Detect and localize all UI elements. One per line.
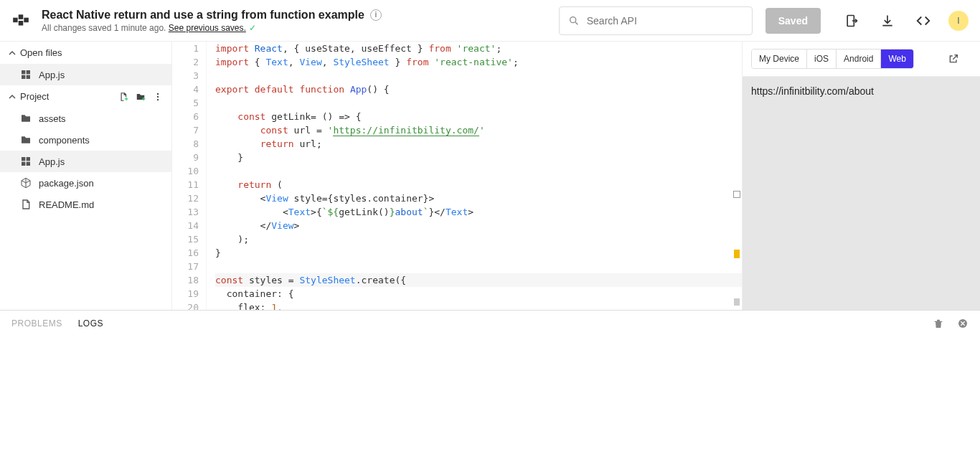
file-label: assets [39, 113, 66, 124]
svg-point-15 [157, 93, 159, 94]
line-gutter: 1234567891011121314151617181920 [172, 42, 207, 310]
console-tab-logs[interactable]: LOGS [78, 318, 103, 329]
svg-point-16 [157, 95, 159, 97]
console-panel: PROBLEMS LOGS [0, 310, 980, 449]
svg-rect-3 [24, 17, 29, 22]
project-header[interactable]: Project [0, 85, 171, 108]
js-icon [20, 156, 32, 167]
svg-rect-8 [27, 70, 30, 74]
preview-tab-ios[interactable]: iOS [807, 49, 837, 68]
svg-rect-12 [126, 97, 127, 100]
file-label: App.js [39, 70, 65, 80]
minimap[interactable] [732, 42, 742, 310]
folder-icon [20, 134, 32, 146]
sidebar: Open files App.js Project assetscomponen… [0, 42, 172, 310]
check-icon: ✓ [249, 23, 256, 33]
svg-point-17 [157, 98, 159, 100]
info-icon[interactable]: i [370, 9, 382, 21]
svg-rect-20 [22, 162, 25, 166]
svg-rect-2 [19, 21, 24, 26]
file-label: App.js [39, 156, 65, 167]
file-label: package.json [39, 178, 94, 189]
open-file-item[interactable]: App.js [0, 64, 171, 85]
preview-tab-my-device[interactable]: My Device [752, 49, 807, 68]
svg-rect-9 [22, 75, 25, 79]
file-label: README.md [39, 199, 94, 210]
search-input[interactable] [587, 15, 743, 27]
open-files-header[interactable]: Open files [0, 42, 171, 64]
project-item[interactable]: App.js [0, 151, 171, 172]
svg-rect-7 [22, 70, 25, 74]
project-item[interactable]: components [0, 129, 171, 151]
new-file-icon[interactable] [118, 92, 128, 102]
svg-rect-14 [143, 97, 144, 100]
svg-rect-19 [27, 157, 30, 161]
svg-rect-21 [27, 162, 30, 166]
more-icon[interactable] [153, 92, 163, 102]
popout-icon[interactable] [946, 51, 961, 67]
project-item[interactable]: package.json [0, 172, 171, 194]
preview-panel: My DeviceiOSAndroidWeb https://infinitbi… [742, 42, 980, 310]
chevron-up-icon [9, 49, 16, 57]
saved-button[interactable]: Saved [765, 8, 821, 34]
code-editor[interactable]: 1234567891011121314151617181920 import R… [172, 42, 742, 310]
trash-icon[interactable] [933, 318, 944, 329]
chevron-up-icon [9, 93, 16, 100]
search-icon [568, 15, 580, 27]
svg-rect-1 [19, 14, 24, 19]
svg-rect-10 [27, 75, 30, 79]
project-item[interactable]: README.md [0, 194, 171, 215]
svg-line-5 [575, 22, 578, 24]
js-icon [20, 69, 32, 80]
package-icon [20, 177, 32, 189]
svg-rect-18 [22, 157, 25, 161]
console-tab-problems[interactable]: PROBLEMS [11, 318, 62, 329]
snack-logo[interactable] [11, 11, 30, 30]
svg-rect-0 [13, 17, 18, 22]
file-label: components [39, 135, 90, 146]
search-api-box[interactable] [559, 6, 753, 35]
save-status: All changes saved 1 minute ago. See prev… [42, 23, 382, 33]
embed-icon[interactable] [915, 13, 931, 29]
page-title: React Native return and use a string fro… [42, 9, 382, 22]
close-icon[interactable] [957, 318, 969, 329]
download-icon[interactable] [880, 13, 895, 29]
preview-tab-web[interactable]: Web [881, 49, 913, 68]
new-folder-icon[interactable] [136, 92, 146, 102]
preview-tabs: My DeviceiOSAndroidWeb [751, 49, 914, 69]
project-item[interactable]: assets [0, 108, 171, 129]
export-icon[interactable] [844, 13, 859, 29]
avatar[interactable]: I [948, 11, 969, 31]
preview-tab-android[interactable]: Android [837, 49, 881, 68]
folder-icon [20, 113, 32, 124]
preview-output: https://infinitbility.com/about [743, 77, 980, 310]
svg-point-4 [570, 16, 575, 22]
md-icon [20, 199, 32, 210]
previous-saves-link[interactable]: See previous saves. [169, 23, 246, 33]
